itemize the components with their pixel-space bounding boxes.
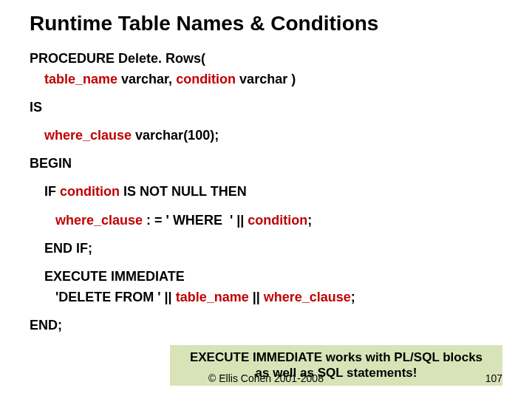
var-name: condition bbox=[60, 184, 120, 199]
var-name: condition bbox=[248, 213, 307, 228]
code-line: 'DELETE FROM ' || table_name || where_cl… bbox=[30, 287, 510, 307]
slide-title: Runtime Table Names & Conditions bbox=[30, 12, 510, 35]
code-text: IF bbox=[30, 184, 60, 199]
footer: © Ellis Cohen 2001-2008 107 bbox=[0, 372, 532, 384]
param-name: condition bbox=[176, 72, 236, 86]
code-line: PROCEDURE Delete. Rows( bbox=[30, 49, 510, 68]
code-text: varchar ) bbox=[236, 72, 296, 86]
page-number: 107 bbox=[485, 372, 502, 384]
code-line: table_name varchar, condition varchar ) bbox=[30, 69, 510, 89]
code-line: IF condition IS NOT NULL THEN bbox=[30, 182, 510, 201]
code-text: varchar(100); bbox=[132, 128, 219, 143]
code-line: where_clause : = ' WHERE ' || condition; bbox=[30, 211, 510, 230]
var-name: table_name bbox=[176, 290, 249, 304]
code-text: varchar, bbox=[117, 72, 176, 86]
var-name: where_clause bbox=[30, 128, 132, 143]
code-block: PROCEDURE Delete. Rows( table_name varch… bbox=[30, 49, 510, 335]
code-text: 'DELETE FROM ' || bbox=[30, 290, 176, 304]
code-line: IS bbox=[30, 98, 510, 117]
code-text: ; bbox=[307, 213, 312, 228]
code-line: END IF; bbox=[30, 239, 510, 258]
slide-container: Runtime Table Names & Conditions PROCEDU… bbox=[0, 0, 532, 399]
code-line: BEGIN bbox=[30, 154, 510, 173]
code-line: EXECUTE IMMEDIATE bbox=[30, 267, 510, 286]
var-name: where_clause bbox=[264, 290, 351, 304]
code-text: || bbox=[249, 290, 264, 304]
copyright-text: © Ellis Cohen 2001-2008 bbox=[0, 372, 532, 384]
param-name: table_name bbox=[30, 72, 117, 86]
code-text: : = ' WHERE ' || bbox=[143, 213, 248, 228]
code-line: where_clause varchar(100); bbox=[30, 126, 510, 145]
code-text: ; bbox=[351, 290, 355, 304]
code-text: IS NOT NULL THEN bbox=[120, 184, 247, 199]
var-name: where_clause bbox=[30, 213, 143, 228]
code-line: END; bbox=[30, 316, 510, 335]
